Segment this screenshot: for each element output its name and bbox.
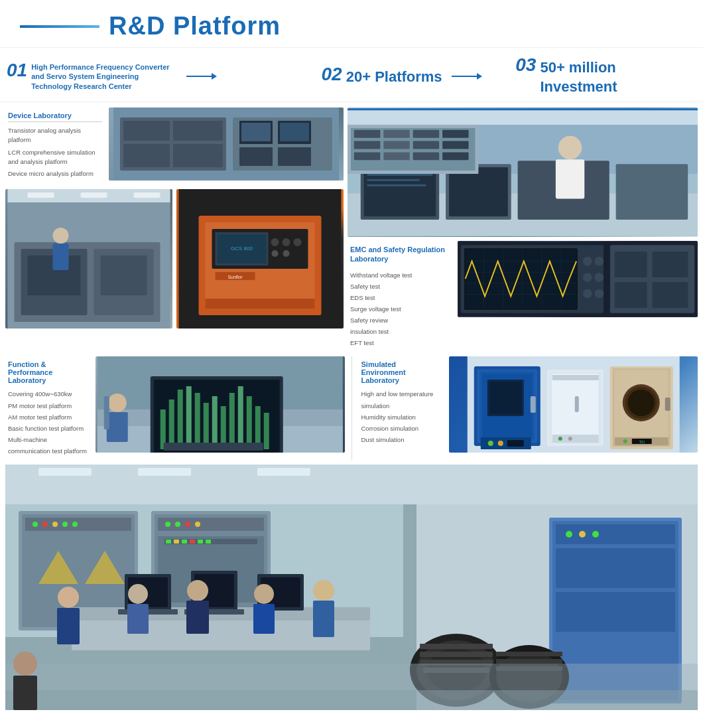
- device-lab-title: Device Laboratory: [8, 111, 102, 122]
- emc-lab-title: EMC and Safety Regulation Laboratory: [350, 245, 451, 264]
- svg-point-207: [592, 531, 599, 538]
- svg-rect-196: [253, 604, 275, 634]
- badge-02-text: 20+ Platforms: [346, 65, 442, 87]
- svg-point-126: [487, 441, 493, 446]
- svg-point-163: [72, 522, 78, 527]
- svg-point-145: [623, 439, 627, 443]
- svg-rect-218: [496, 659, 562, 664]
- page-title: R&D Platform: [109, 12, 281, 40]
- svg-point-168: [175, 522, 180, 527]
- func-lab-item-1: PM motor test platform: [8, 400, 89, 411]
- badge-03-num: 03: [515, 56, 536, 74]
- svg-rect-23: [81, 192, 107, 198]
- badge-03: 03 50+ million Investment: [502, 56, 696, 96]
- svg-rect-104: [195, 393, 200, 449]
- factory-photos-row: GCS 800 Sunflor: [5, 189, 344, 328]
- svg-point-161: [52, 522, 58, 527]
- svg-rect-73: [466, 250, 576, 308]
- svg-rect-64: [413, 141, 439, 149]
- svg-rect-152: [257, 468, 310, 476]
- badge-01: 01 High Performance Frequency Converter …: [7, 61, 308, 91]
- svg-point-205: [566, 531, 572, 538]
- device-lab-box: Device Laboratory Transistor analog anal…: [5, 108, 344, 185]
- svg-point-222: [13, 652, 37, 676]
- svg-point-19: [53, 228, 69, 244]
- func-lab-item-2: AM motor test platform: [8, 411, 89, 423]
- svg-rect-93: [653, 282, 688, 308]
- simulated-box: Simulated Environment Laboratory High an…: [359, 356, 698, 461]
- svg-point-135: [558, 437, 562, 441]
- svg-rect-203: [556, 548, 675, 588]
- emc-item-6: EFT test: [350, 337, 451, 348]
- svg-point-127: [497, 441, 503, 446]
- emc-item-2: EDS test: [350, 292, 451, 303]
- svg-rect-24: [134, 192, 160, 198]
- svg-text:TCI: TCI: [639, 440, 644, 444]
- simulated-item-3: Dust simulation: [361, 434, 442, 445]
- svg-rect-128: [507, 440, 523, 447]
- svg-rect-115: [104, 396, 109, 429]
- main-content: Device Laboratory Transistor analog anal…: [0, 102, 703, 715]
- svg-point-189: [58, 587, 79, 608]
- svg-rect-55: [348, 108, 698, 110]
- badge-03-text: 50+ million Investment: [540, 56, 686, 96]
- svg-point-52: [558, 136, 582, 160]
- header-accent-line: [20, 25, 99, 28]
- badge-01-arrow: [186, 76, 213, 77]
- svg-rect-114: [107, 412, 128, 442]
- svg-rect-123: [489, 382, 521, 414]
- emc-box: EMC and Safety Regulation Laboratory Wit…: [348, 241, 698, 352]
- svg-point-85: [583, 273, 592, 282]
- svg-rect-175: [182, 540, 187, 544]
- badges-row: 01 High Performance Frequency Converter …: [0, 48, 703, 102]
- svg-rect-63: [383, 141, 409, 149]
- svg-rect-106: [212, 396, 218, 449]
- svg-rect-4: [123, 144, 170, 167]
- svg-rect-151: [138, 468, 191, 476]
- emc-item-5: insulation test: [350, 326, 451, 337]
- simulated-item-2: Corrosion simulation: [361, 423, 442, 434]
- svg-rect-116: [164, 443, 263, 451]
- svg-rect-158: [25, 518, 131, 531]
- svg-rect-166: [158, 518, 264, 531]
- svg-point-83: [583, 257, 592, 266]
- svg-rect-47: [364, 171, 436, 216]
- svg-rect-59: [383, 130, 409, 138]
- svg-rect-92: [615, 282, 647, 308]
- svg-rect-12: [280, 123, 309, 141]
- emc-item-4: Safety review: [350, 315, 451, 326]
- svg-rect-108: [229, 393, 235, 449]
- svg-rect-105: [204, 403, 209, 449]
- page-header: R&D Platform: [0, 0, 703, 48]
- svg-rect-194: [186, 601, 209, 634]
- svg-rect-212: [420, 644, 493, 649]
- svg-point-197: [313, 580, 334, 601]
- svg-rect-103: [186, 386, 192, 449]
- badge-01-num: 01: [7, 61, 27, 80]
- svg-rect-3: [173, 121, 223, 141]
- svg-rect-9: [239, 147, 273, 166]
- svg-text:Sunflor: Sunflor: [227, 275, 243, 279]
- badge-02-arrow: [452, 76, 478, 77]
- right-column: EMC and Safety Regulation Laboratory Wit…: [348, 108, 698, 352]
- svg-point-136: [568, 437, 572, 441]
- svg-rect-48: [449, 167, 508, 216]
- svg-point-193: [187, 580, 208, 601]
- svg-point-195: [254, 584, 274, 604]
- svg-point-142: [627, 390, 654, 416]
- device-lab-text: Device Laboratory Transistor analog anal…: [5, 108, 105, 185]
- badge-01-text: High Performance Frequency Converter and…: [31, 61, 177, 91]
- svg-rect-204: [556, 592, 675, 632]
- badge-02-num: 02: [322, 65, 342, 84]
- func-lab-text: Function & Performance Laboratory Coveri…: [5, 356, 92, 461]
- svg-rect-91: [653, 252, 688, 277]
- svg-point-33: [283, 238, 290, 246]
- svg-rect-101: [169, 400, 174, 449]
- svg-point-34: [294, 238, 302, 246]
- middle-section: Function & Performance Laboratory Coveri…: [5, 356, 698, 461]
- workstation-photo: [348, 108, 698, 237]
- svg-rect-46: [616, 164, 688, 220]
- svg-rect-133: [552, 375, 598, 380]
- svg-point-191: [128, 584, 148, 604]
- svg-rect-2: [123, 121, 170, 141]
